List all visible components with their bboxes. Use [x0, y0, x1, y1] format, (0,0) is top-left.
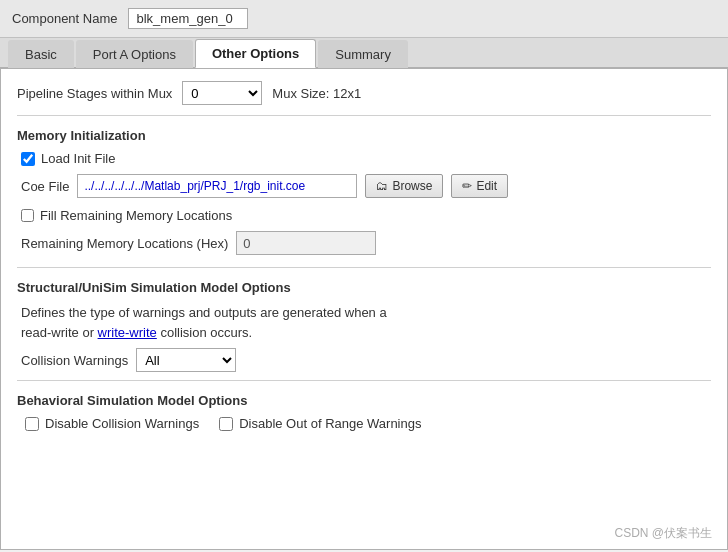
remaining-hex-label: Remaining Memory Locations (Hex): [21, 236, 228, 251]
structural-desc-line2-part1: read-write or: [21, 325, 98, 340]
disable-out-of-range-label: Disable Out of Range Warnings: [239, 416, 421, 431]
tab-port-a-options[interactable]: Port A Options: [76, 40, 193, 68]
edit-button[interactable]: ✏ Edit: [451, 174, 508, 198]
disable-out-of-range-checkbox[interactable]: [219, 417, 233, 431]
fill-remaining-checkbox[interactable]: [21, 209, 34, 222]
divider-1: [17, 115, 711, 116]
structural-desc-link[interactable]: write-write: [98, 325, 157, 340]
browse-label: Browse: [392, 179, 432, 193]
fill-remaining-label: Fill Remaining Memory Locations: [40, 208, 232, 223]
behavioral-row: Disable Collision Warnings Disable Out o…: [21, 416, 711, 431]
disable-collision-checkbox[interactable]: [25, 417, 39, 431]
pipeline-label: Pipeline Stages within Mux: [17, 86, 172, 101]
remaining-hex-input[interactable]: [236, 231, 376, 255]
component-name-bar: Component Name blk_mem_gen_0: [0, 0, 728, 38]
component-name-label: Component Name: [12, 11, 118, 26]
tabs-bar: Basic Port A Options Other Options Summa…: [0, 38, 728, 68]
collision-row: Collision Warnings All Generate X None: [21, 348, 711, 372]
coe-file-label: Coe File: [21, 179, 69, 194]
coe-file-row: Coe File 🗂 Browse ✏ Edit: [21, 174, 711, 198]
pipeline-select[interactable]: 0 1 2: [182, 81, 262, 105]
load-init-file-label: Load Init File: [41, 151, 115, 166]
main-container: Component Name blk_mem_gen_0 Basic Port …: [0, 0, 728, 552]
structural-desc-line2-part2: collision occurs.: [157, 325, 252, 340]
coe-file-input[interactable]: [77, 174, 357, 198]
content-area: Pipeline Stages within Mux 0 1 2 Mux Siz…: [0, 68, 728, 550]
memory-init-section-title: Memory Initialization: [17, 128, 711, 143]
load-init-file-checkbox[interactable]: [21, 152, 35, 166]
divider-2: [17, 267, 711, 268]
disable-out-of-range-row: Disable Out of Range Warnings: [219, 416, 421, 431]
collision-select[interactable]: All Generate X None: [136, 348, 236, 372]
mux-size-text: Mux Size: 12x1: [272, 86, 361, 101]
component-name-value: blk_mem_gen_0: [128, 8, 248, 29]
structural-desc-line1: Defines the type of warnings and outputs…: [21, 305, 387, 320]
tab-other-options[interactable]: Other Options: [195, 39, 316, 68]
structural-section-title: Structural/UniSim Simulation Model Optio…: [17, 280, 711, 295]
pipeline-row: Pipeline Stages within Mux 0 1 2 Mux Siz…: [17, 81, 711, 105]
fill-remaining-row: Fill Remaining Memory Locations: [21, 208, 711, 223]
browse-button[interactable]: 🗂 Browse: [365, 174, 443, 198]
watermark: CSDN @伏案书生: [614, 525, 712, 542]
edit-label: Edit: [476, 179, 497, 193]
disable-collision-label: Disable Collision Warnings: [45, 416, 199, 431]
tab-basic[interactable]: Basic: [8, 40, 74, 68]
behavioral-section-title: Behavioral Simulation Model Options: [17, 393, 711, 408]
disable-collision-row: Disable Collision Warnings: [25, 416, 199, 431]
load-init-file-row: Load Init File: [21, 151, 711, 166]
edit-icon: ✏: [462, 179, 472, 193]
collision-label: Collision Warnings: [21, 353, 128, 368]
remaining-hex-row: Remaining Memory Locations (Hex): [21, 231, 711, 255]
tab-summary[interactable]: Summary: [318, 40, 408, 68]
divider-3: [17, 380, 711, 381]
browse-icon: 🗂: [376, 179, 388, 193]
structural-description: Defines the type of warnings and outputs…: [21, 303, 711, 342]
